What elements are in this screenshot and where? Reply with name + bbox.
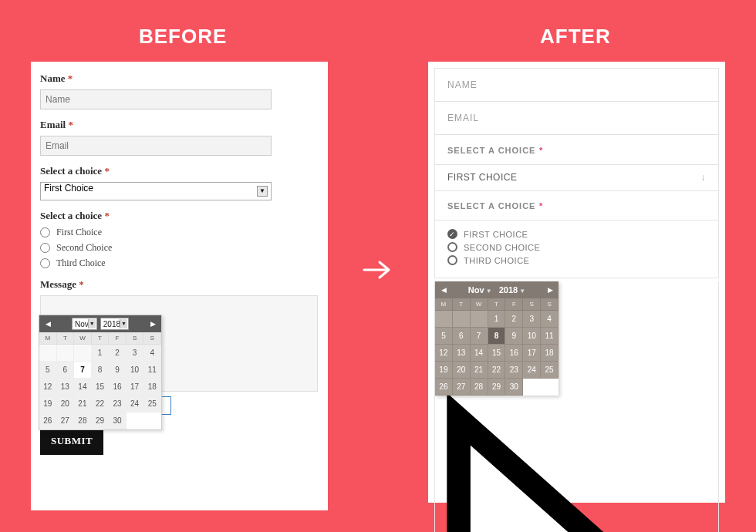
radio-option[interactable]: First Choice	[40, 227, 319, 238]
radio-option[interactable]: FIRST CHOICE	[447, 229, 706, 239]
calendar-day[interactable]: 6	[57, 362, 75, 379]
calendar-day[interactable]: 26	[435, 379, 453, 396]
chevron-down-icon: ▼	[486, 288, 492, 295]
calendar-day[interactable]: 19	[435, 362, 453, 379]
calendar-day[interactable]: 11	[143, 362, 161, 379]
calendar-day[interactable]: 14	[74, 379, 92, 396]
calendar-day[interactable]: 12	[435, 345, 453, 362]
calendar-day[interactable]: 16	[109, 379, 127, 396]
calendar-day[interactable]: 17	[523, 345, 541, 362]
calendar-day[interactable]: 24	[523, 362, 541, 379]
calendar-day[interactable]: 24	[127, 396, 144, 412]
radio-input[interactable]	[40, 227, 50, 237]
name-input[interactable]	[40, 89, 272, 109]
calendar-day[interactable]: 22	[488, 362, 506, 379]
calendar-day[interactable]: 9	[505, 328, 523, 345]
name-label: Name *	[40, 72, 319, 85]
radio-option[interactable]: SECOND CHOICE	[447, 242, 706, 252]
calendar-day[interactable]: 12	[39, 379, 57, 396]
calendar-day[interactable]: 1	[92, 345, 110, 362]
calendar-day[interactable]: 15	[488, 345, 506, 362]
calendar-day[interactable]: 25	[143, 396, 161, 412]
calendar-day[interactable]: 17	[127, 379, 144, 396]
calendar-day[interactable]: 7	[74, 362, 92, 379]
calendar-day[interactable]: 28	[471, 379, 488, 396]
calendar-day[interactable]: 11	[541, 328, 559, 345]
calendar-day[interactable]: 7	[471, 328, 488, 345]
email-input[interactable]	[40, 136, 272, 156]
radio-group-label: SELECT A CHOICE *	[434, 190, 719, 221]
calendar-day[interactable]: 20	[57, 396, 75, 412]
calendar-day[interactable]: 25	[541, 362, 559, 379]
calendar-month-select[interactable]: Nov▼	[72, 318, 97, 330]
calendar-day[interactable]: 4	[143, 345, 161, 362]
select-choice-dropdown[interactable]: FIRST CHOICE ↓	[434, 164, 719, 191]
calendar-day[interactable]: 19	[39, 396, 57, 412]
calendar-day[interactable]: 9	[109, 362, 127, 379]
calendar-day[interactable]: 3	[127, 345, 144, 362]
calendar-year-select[interactable]: 2018▼	[100, 318, 129, 330]
required-mark: *	[79, 278, 84, 290]
calendar-day[interactable]: 14	[471, 345, 488, 362]
name-input[interactable]: NAME	[434, 68, 719, 102]
calendar-day[interactable]: 30	[109, 412, 127, 429]
email-input[interactable]: EMAIL	[434, 101, 719, 135]
calendar-next-icon[interactable]: ▶	[147, 320, 158, 328]
radio-option[interactable]: Third Choice	[40, 258, 319, 269]
after-form-panel: NAME EMAIL SELECT A CHOICE * FIRST CHOIC…	[428, 62, 725, 503]
calendar-day[interactable]: 27	[57, 412, 75, 429]
calendar-prev-icon[interactable]: ◀	[42, 320, 53, 328]
calendar-day[interactable]: 29	[92, 412, 110, 429]
submit-button[interactable]: SUBMIT	[40, 427, 103, 455]
calendar-day[interactable]: 21	[471, 362, 488, 379]
radio-label: FIRST CHOICE	[464, 230, 528, 239]
calendar-day[interactable]: 27	[453, 379, 471, 396]
calendar-day[interactable]: 22	[92, 396, 110, 412]
select-choice-dropdown[interactable]: First Choice ▼	[40, 182, 272, 200]
calendar-day[interactable]: 23	[109, 396, 127, 412]
calendar-day[interactable]: 10	[127, 362, 144, 379]
calendar-day[interactable]: 18	[541, 345, 559, 362]
datepicker-popup-before[interactable]: ◀ Nov▼ 2018▼ ▶ MTWTFSS123456789101112131…	[39, 315, 162, 430]
radio-unchecked-icon[interactable]	[447, 255, 457, 265]
calendar-day[interactable]: 15	[92, 379, 110, 396]
calendar-day[interactable]: 28	[74, 412, 92, 429]
calendar-day[interactable]: 21	[74, 396, 92, 412]
calendar-day[interactable]: 2	[505, 311, 523, 328]
calendar-day[interactable]: 10	[523, 328, 541, 345]
radio-option[interactable]: THIRD CHOICE	[447, 255, 706, 265]
calendar-next-icon[interactable]: ▶	[545, 286, 555, 294]
calendar-prev-icon[interactable]: ◀	[438, 286, 449, 294]
calendar-day[interactable]: 1	[488, 311, 506, 328]
calendar-day[interactable]: 5	[39, 362, 57, 379]
calendar-day[interactable]: 30	[505, 379, 523, 396]
calendar-day[interactable]: 29	[488, 379, 506, 396]
radio-option[interactable]: Second Choice	[40, 242, 319, 254]
calendar-empty-cell	[471, 311, 488, 328]
radio-input[interactable]	[40, 258, 50, 268]
calendar-day[interactable]: 26	[39, 412, 57, 429]
calendar-day[interactable]: 8	[488, 328, 506, 345]
calendar-day[interactable]: 6	[453, 328, 471, 345]
calendar-year[interactable]: 2018	[499, 285, 518, 295]
datepicker-popup-after[interactable]: ◀ Nov▼ 2018▼ ▶ MTWTFSS123456789101112131…	[435, 281, 559, 396]
calendar-day[interactable]: 4	[541, 311, 559, 328]
calendar-day[interactable]: 16	[505, 345, 523, 362]
calendar-day[interactable]: 2	[109, 345, 127, 362]
calendar-month[interactable]: Nov	[468, 285, 484, 295]
radio-unchecked-icon[interactable]	[447, 242, 457, 252]
calendar-day[interactable]: 18	[143, 379, 161, 396]
radio-label: THIRD CHOICE	[464, 256, 529, 265]
calendar-day[interactable]: 3	[523, 311, 541, 328]
calendar-day[interactable]: 13	[57, 379, 75, 396]
calendar-dow: F	[109, 332, 127, 345]
calendar-day[interactable]: 5	[435, 328, 453, 345]
chevron-down-icon: ▼	[88, 319, 96, 328]
calendar-dow: T	[92, 332, 110, 345]
calendar-day[interactable]: 20	[453, 362, 471, 379]
radio-input[interactable]	[40, 243, 50, 253]
calendar-day[interactable]: 23	[505, 362, 523, 379]
calendar-day[interactable]: 8	[92, 362, 110, 379]
radio-checked-icon[interactable]	[447, 229, 457, 239]
calendar-day[interactable]: 13	[453, 345, 471, 362]
